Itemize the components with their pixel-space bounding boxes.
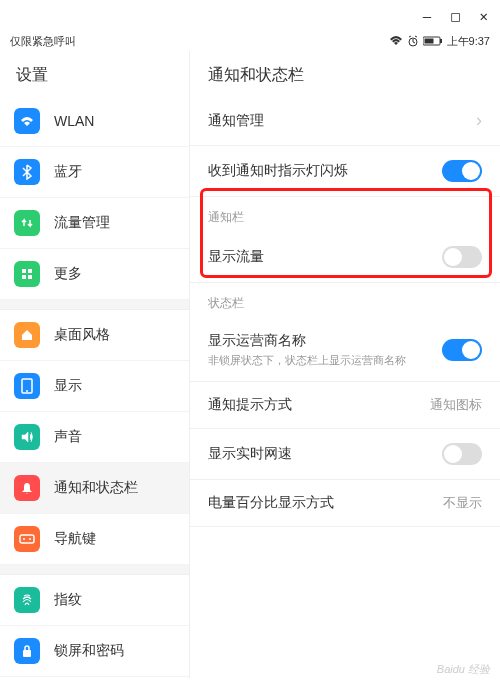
sidebar-item-label: 桌面风格	[54, 326, 110, 344]
sidebar-item-bluetooth[interactable]: 蓝牙	[0, 147, 189, 198]
sidebar-item-wlan[interactable]: WLAN	[0, 96, 189, 147]
wifi-icon	[14, 108, 40, 134]
sound-icon	[14, 424, 40, 450]
setting-label: 收到通知时指示灯闪烁	[208, 162, 348, 180]
toggle-show-data[interactable]	[442, 246, 482, 268]
network-status: 仅限紧急呼叫	[10, 34, 76, 49]
sidebar-item-label: 流量管理	[54, 214, 110, 232]
sidebar-item-notification[interactable]: 通知和状态栏	[0, 463, 189, 514]
content-title: 通知和状态栏	[190, 51, 500, 96]
nav-icon	[14, 526, 40, 552]
setting-sublabel: 非锁屏状态下，状态栏上显示运营商名称	[208, 353, 442, 367]
svg-rect-5	[28, 269, 32, 273]
svg-rect-4	[22, 269, 26, 273]
bluetooth-icon	[14, 159, 40, 185]
svg-rect-2	[440, 39, 442, 43]
battery-icon	[423, 36, 443, 48]
sidebar-item-label: 显示	[54, 377, 82, 395]
more-icon	[14, 261, 40, 287]
setting-label: 通知管理	[208, 112, 264, 130]
toggle-carrier[interactable]	[442, 339, 482, 361]
setting-net-speed[interactable]: 显示实时网速	[190, 429, 500, 480]
maximize-button[interactable]: □	[451, 8, 459, 24]
setting-label: 显示运营商名称	[208, 332, 442, 350]
sidebar-item-label: WLAN	[54, 113, 94, 129]
section-header-status-bar: 状态栏	[190, 283, 500, 318]
sidebar-item-more[interactable]: 更多	[0, 249, 189, 300]
setting-value: 通知图标	[430, 396, 482, 414]
fingerprint-icon	[14, 587, 40, 613]
sidebar-item-display[interactable]: 显示	[0, 361, 189, 412]
sidebar-item-lock[interactable]: 锁屏和密码	[0, 626, 189, 677]
setting-carrier[interactable]: 显示运营商名称 非锁屏状态下，状态栏上显示运营商名称	[190, 318, 500, 382]
sidebar-item-label: 蓝牙	[54, 163, 82, 181]
svg-point-11	[23, 538, 25, 540]
setting-notif-style[interactable]: 通知提示方式 通知图标	[190, 382, 500, 429]
svg-point-9	[26, 390, 28, 392]
sidebar-item-nav[interactable]: 导航键	[0, 514, 189, 565]
setting-label: 显示实时网速	[208, 445, 292, 463]
sidebar-item-label: 指纹	[54, 591, 82, 609]
status-bar: 仅限紧急呼叫 上午9:37	[0, 32, 500, 51]
wifi-icon	[389, 36, 403, 48]
data-icon	[14, 210, 40, 236]
time-label: 上午9:37	[447, 34, 490, 49]
sidebar-item-label: 更多	[54, 265, 82, 283]
svg-rect-10	[20, 535, 34, 543]
content-panel: 通知和状态栏 通知管理 › 收到通知时指示灯闪烁 通知栏 显示流量 状态栏 显示…	[190, 51, 500, 678]
setting-value: 不显示	[443, 494, 482, 512]
sidebar-item-fingerprint[interactable]: 指纹	[0, 575, 189, 626]
sidebar-title: 设置	[0, 51, 189, 96]
window-controls: — □ ✕	[0, 0, 500, 32]
svg-rect-13	[23, 650, 31, 657]
sidebar-item-data[interactable]: 流量管理	[0, 198, 189, 249]
lock-icon	[14, 638, 40, 664]
setting-led-flash[interactable]: 收到通知时指示灯闪烁	[190, 146, 500, 197]
sidebar-item-label: 通知和状态栏	[54, 479, 138, 497]
minimize-button[interactable]: —	[423, 8, 431, 24]
watermark: Baidu 经验	[437, 662, 490, 677]
toggle-led-flash[interactable]	[442, 160, 482, 182]
display-icon	[14, 373, 40, 399]
home-icon	[14, 322, 40, 348]
setting-label: 电量百分比显示方式	[208, 494, 334, 512]
bell-icon	[14, 475, 40, 501]
alarm-icon	[407, 35, 419, 49]
setting-notif-mgmt[interactable]: 通知管理 ›	[190, 96, 500, 146]
sidebar: 设置 WLAN 蓝牙 流量管理 更多 桌面风格 显示	[0, 51, 190, 678]
sidebar-item-label: 导航键	[54, 530, 96, 548]
setting-label: 通知提示方式	[208, 396, 292, 414]
chevron-right-icon: ›	[476, 110, 482, 131]
setting-show-data[interactable]: 显示流量	[190, 232, 500, 283]
sidebar-item-label: 锁屏和密码	[54, 642, 124, 660]
svg-rect-3	[424, 38, 433, 43]
section-header-notif-bar: 通知栏	[190, 197, 500, 232]
sidebar-item-home-style[interactable]: 桌面风格	[0, 310, 189, 361]
svg-point-12	[29, 538, 31, 540]
setting-battery[interactable]: 电量百分比显示方式 不显示	[190, 480, 500, 527]
setting-label: 显示流量	[208, 248, 264, 266]
close-button[interactable]: ✕	[480, 8, 488, 24]
svg-rect-7	[28, 275, 32, 279]
sidebar-item-security[interactable]: 安全和隐私	[0, 677, 189, 678]
sidebar-item-sound[interactable]: 声音	[0, 412, 189, 463]
svg-rect-6	[22, 275, 26, 279]
sidebar-item-label: 声音	[54, 428, 82, 446]
toggle-net-speed[interactable]	[442, 443, 482, 465]
